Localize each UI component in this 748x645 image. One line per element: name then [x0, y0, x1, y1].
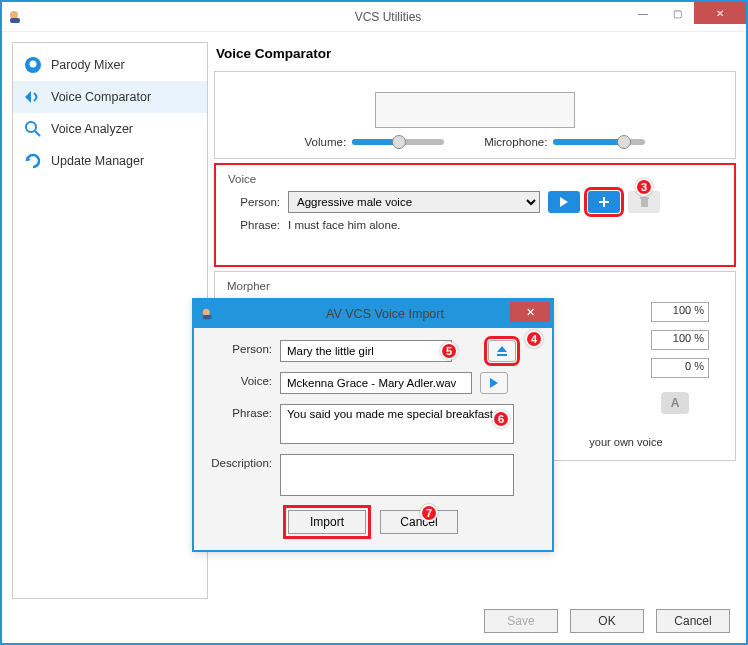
phrase-text: I must face him alone. — [288, 217, 408, 233]
trash-icon — [639, 196, 650, 208]
svg-rect-1 — [10, 18, 20, 23]
sidebar-item-voice-analyzer[interactable]: Voice Analyzer — [13, 113, 207, 145]
maximize-button[interactable]: ▢ — [660, 2, 694, 24]
advanced-button[interactable]: A — [661, 392, 689, 414]
svg-rect-9 — [203, 315, 212, 319]
morpher-pct-1[interactable]: 100 % — [651, 302, 709, 322]
dialog-person-input[interactable] — [280, 340, 452, 362]
main-window: VCS Utilities — ▢ ✕ Parody Mixer Voice C… — [0, 0, 748, 645]
svg-point-3 — [30, 61, 37, 68]
eject-button[interactable] — [488, 340, 516, 362]
dialog-close-button[interactable]: ✕ — [510, 302, 550, 322]
own-voice-label: your own voice — [581, 436, 671, 448]
parody-mixer-icon — [23, 55, 43, 75]
volume-label: Volume: — [305, 136, 347, 148]
page-title: Voice Comparator — [216, 46, 736, 61]
ok-button[interactable]: OK — [570, 609, 644, 633]
svg-point-8 — [203, 309, 210, 316]
sidebar: Parody Mixer Voice Comparator Voice Anal… — [12, 42, 208, 599]
cancel-button[interactable]: Cancel — [656, 609, 730, 633]
play-icon — [489, 378, 499, 388]
svg-line-5 — [35, 131, 40, 136]
dialog-person-label: Person: — [208, 340, 272, 355]
callout-5: 5 — [440, 342, 458, 360]
app-icon — [8, 9, 24, 25]
svg-rect-6 — [641, 199, 648, 207]
dialog-description-input[interactable] — [280, 454, 514, 496]
svg-point-4 — [26, 122, 36, 132]
dialog-play-button[interactable] — [480, 372, 508, 394]
voice-analyzer-icon — [23, 119, 43, 139]
titlebar: VCS Utilities — ▢ ✕ — [2, 2, 746, 32]
morpher-pct-2[interactable]: 100 % — [651, 330, 709, 350]
microphone-label: Microphone: — [484, 136, 547, 148]
microphone-slider[interactable] — [553, 139, 645, 145]
sidebar-item-parody-mixer[interactable]: Parody Mixer — [13, 49, 207, 81]
eject-icon — [496, 345, 508, 357]
sidebar-item-label: Update Manager — [51, 154, 144, 168]
bottom-bar: Save OK Cancel — [2, 599, 746, 643]
play-voice-button[interactable] — [548, 191, 580, 213]
waveform-display — [375, 92, 575, 128]
close-button[interactable]: ✕ — [694, 2, 746, 24]
svg-point-0 — [10, 11, 18, 19]
minimize-button[interactable]: — — [626, 2, 660, 24]
dialog-titlebar: AV VCS Voice Import ✕ — [194, 300, 552, 328]
dialog-voice-input[interactable] — [280, 372, 472, 394]
sidebar-item-label: Voice Comparator — [51, 90, 151, 104]
dialog-voice-label: Voice: — [208, 372, 272, 387]
morpher-pct-3[interactable]: 0 % — [651, 358, 709, 378]
svg-rect-10 — [497, 354, 507, 356]
dialog-phrase-input[interactable]: You said you made me special breakfast — [280, 404, 514, 444]
display-panel: Volume: Microphone: — [214, 71, 736, 159]
person-label: Person: — [228, 196, 280, 208]
dialog-icon — [198, 307, 218, 321]
update-manager-icon — [23, 151, 43, 171]
callout-7: 7 — [420, 504, 438, 522]
voice-comparator-icon — [23, 87, 43, 107]
plus-icon — [598, 196, 610, 208]
svg-rect-7 — [640, 197, 649, 199]
dialog-cancel-button[interactable]: Cancel — [380, 510, 458, 534]
voice-panel: Voice Person: Aggressive male voice — [214, 163, 736, 267]
phrase-label: Phrase: — [228, 219, 280, 231]
sidebar-item-update-manager[interactable]: Update Manager — [13, 145, 207, 177]
callout-3: 3 — [635, 178, 653, 196]
sidebar-item-label: Parody Mixer — [51, 58, 125, 72]
volume-slider[interactable] — [352, 139, 444, 145]
callout-4: 4 — [525, 330, 543, 348]
sidebar-item-label: Voice Analyzer — [51, 122, 133, 136]
morpher-legend: Morpher — [227, 280, 723, 292]
dialog-phrase-label: Phrase: — [208, 404, 272, 419]
import-button[interactable]: Import — [288, 510, 366, 534]
add-voice-button[interactable] — [588, 191, 620, 213]
dialog-description-label: Description: — [208, 454, 272, 469]
save-button[interactable]: Save — [484, 609, 558, 633]
callout-6: 6 — [492, 410, 510, 428]
person-select[interactable]: Aggressive male voice — [288, 191, 540, 213]
dialog-title: AV VCS Voice Import — [218, 307, 552, 321]
sidebar-item-voice-comparator[interactable]: Voice Comparator — [13, 81, 207, 113]
play-icon — [559, 197, 569, 207]
